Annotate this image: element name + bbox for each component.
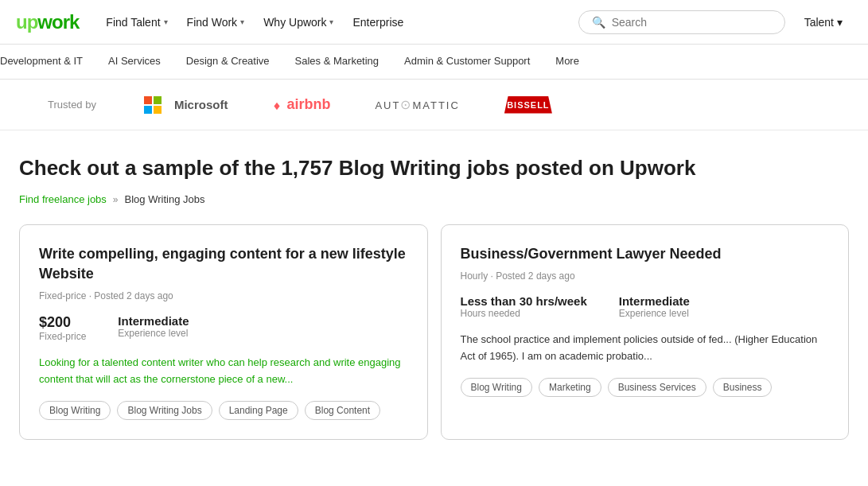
job-card-1[interactable]: Write compelling, engaging content for a… <box>19 224 428 440</box>
cat-sales-marketing[interactable]: Sales & Marketing <box>282 47 392 76</box>
tag-business-services[interactable]: Business Services <box>608 378 706 397</box>
ms-yellow-square <box>154 106 162 114</box>
job-cards-grid: Write compelling, engaging content for a… <box>19 224 849 440</box>
microsoft-logo: Microsoft <box>144 96 228 114</box>
nav-why-upwork[interactable]: Why Upwork ▾ <box>255 11 341 33</box>
tag-blog-writing[interactable]: Blog Writing <box>39 401 111 420</box>
automattic-text: AUT⊙MATTIC <box>375 99 459 111</box>
tag-landing-page[interactable]: Landing Page <box>219 401 298 420</box>
job-experience-detail: Intermediate Experience level <box>118 314 189 342</box>
tag-blog-content[interactable]: Blog Content <box>305 401 380 420</box>
job-experience-detail-2: Intermediate Experience level <box>619 294 690 319</box>
cat-development-it[interactable]: Development & IT <box>0 47 95 76</box>
job-hours-value: Less than 30 hrs/week <box>461 294 587 308</box>
breadcrumb-link[interactable]: Find freelance jobs <box>19 193 107 205</box>
tag-blog-writing-jobs[interactable]: Blog Writing Jobs <box>117 401 212 420</box>
cat-ai-services[interactable]: AI Services <box>95 47 173 76</box>
job-details-1: $200 Fixed-price Intermediate Experience… <box>39 314 408 342</box>
category-nav: Development & IT AI Services Design & Cr… <box>0 45 868 80</box>
job-title-1: Write compelling, engaging content for a… <box>39 244 408 284</box>
job-tags-2: Blog Writing Marketing Business Services… <box>461 378 830 397</box>
job-experience-label: Experience level <box>118 328 189 339</box>
ms-blue-square <box>144 106 152 114</box>
job-title-2: Business/Government Lawyer Needed <box>461 244 830 264</box>
job-experience-label-2: Experience level <box>619 308 690 319</box>
bissell-text: BISSELL <box>507 100 549 110</box>
job-hours-detail: Less than 30 hrs/week Hours needed <box>461 294 587 319</box>
nav-find-work[interactable]: Find Work ▾ <box>179 11 253 33</box>
page-title: Check out a sample of the 1,757 Blog Wri… <box>19 156 849 181</box>
nav-find-talent-label: Find Talent <box>106 16 160 29</box>
trusted-bar: Trusted by Microsoft ⬧ airbnb AUT⊙MATTIC… <box>0 80 868 130</box>
breadcrumb-separator: » <box>113 194 119 205</box>
job-description-1: Looking for a talented content writer wh… <box>39 355 408 388</box>
bissell-logo: BISSELL <box>504 96 552 114</box>
job-card-2[interactable]: Business/Government Lawyer Needed Hourly… <box>441 224 850 440</box>
nav-find-talent[interactable]: Find Talent ▾ <box>98 11 175 33</box>
search-input[interactable] <box>612 16 772 29</box>
nav-enterprise-label: Enterprise <box>352 16 403 29</box>
tag-business[interactable]: Business <box>713 378 773 397</box>
job-tags-1: Blog Writing Blog Writing Jobs Landing P… <box>39 401 408 420</box>
breadcrumb: Find freelance jobs » Blog Writing Jobs <box>19 193 849 205</box>
airbnb-icon: ⬧ <box>272 95 282 114</box>
job-meta-1: Fixed-price · Posted 2 days ago <box>39 290 408 301</box>
job-experience-value: Intermediate <box>118 314 189 328</box>
logo-text: upwork <box>16 11 79 33</box>
microsoft-text: Microsoft <box>174 98 228 111</box>
ms-red-square <box>144 96 152 104</box>
cat-admin-support[interactable]: Admin & Customer Support <box>391 47 543 76</box>
chevron-down-icon: ▾ <box>837 16 843 29</box>
job-experience-value-2: Intermediate <box>619 294 690 308</box>
job-price-type: Fixed-price <box>39 331 86 342</box>
search-icon: 🔍 <box>592 16 605 29</box>
main-content: Check out a sample of the 1,757 Blog Wri… <box>0 130 868 456</box>
job-meta-2: Hourly · Posted 2 days ago <box>461 270 830 282</box>
chevron-down-icon: ▾ <box>329 17 333 26</box>
microsoft-grid-icon <box>144 96 162 114</box>
chevron-down-icon: ▾ <box>240 17 244 26</box>
job-price-detail: $200 Fixed-price <box>39 314 86 342</box>
chevron-down-icon: ▾ <box>164 17 168 26</box>
cat-design-creative[interactable]: Design & Creative <box>173 47 282 76</box>
search-bar: 🔍 <box>578 10 785 34</box>
upwork-logo[interactable]: upwork <box>16 11 79 33</box>
job-description-2-text: The school practice and implement polici… <box>461 333 818 362</box>
job-description-2: The school practice and implement polici… <box>461 332 830 365</box>
trusted-by-label: Trusted by <box>48 99 96 111</box>
ms-green-square <box>154 96 162 104</box>
cat-more[interactable]: More <box>543 47 592 76</box>
nav-why-upwork-label: Why Upwork <box>263 16 326 29</box>
talent-dropdown[interactable]: Talent ▾ <box>795 11 852 33</box>
header: upwork Find Talent ▾ Find Work ▾ Why Upw… <box>0 0 868 45</box>
job-details-2: Less than 30 hrs/week Hours needed Inter… <box>461 294 830 319</box>
airbnb-logo: ⬧ airbnb <box>272 95 330 114</box>
airbnb-text: airbnb <box>286 96 330 113</box>
nav-enterprise[interactable]: Enterprise <box>344 11 411 33</box>
automattic-logo: AUT⊙MATTIC <box>375 97 459 112</box>
job-price: $200 <box>39 314 86 331</box>
job-hours-label: Hours needed <box>461 308 587 319</box>
main-nav: Find Talent ▾ Find Work ▾ Why Upwork ▾ E… <box>98 11 578 33</box>
tag-blog-writing-2[interactable]: Blog Writing <box>461 378 532 397</box>
breadcrumb-current: Blog Writing Jobs <box>125 193 205 205</box>
nav-find-work-label: Find Work <box>187 16 238 29</box>
bissell-shape-icon: BISSELL <box>504 96 552 114</box>
tag-marketing[interactable]: Marketing <box>539 378 601 397</box>
brand-logos: Microsoft ⬧ airbnb AUT⊙MATTIC BISSELL <box>144 95 820 114</box>
talent-label: Talent <box>804 16 834 29</box>
